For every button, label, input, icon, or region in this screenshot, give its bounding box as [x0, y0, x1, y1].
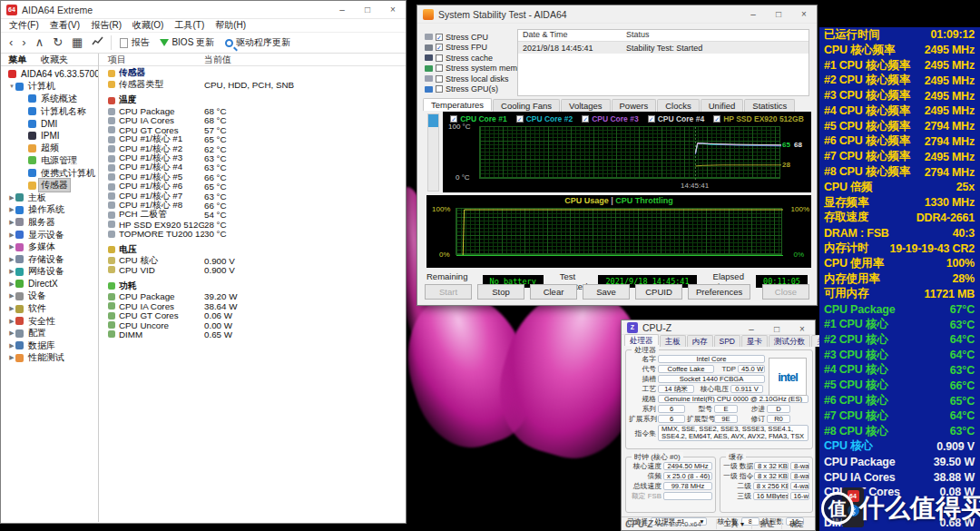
- close-icon[interactable]: ×: [791, 5, 817, 23]
- cpuz-titlebar[interactable]: Z CPU-Z – □ ×: [622, 320, 815, 335]
- menu-item-0[interactable]: 文件(F): [4, 19, 44, 32]
- legend-checkbox-icon[interactable]: ✓: [450, 115, 457, 123]
- tab-cooling-fans[interactable]: Cooling Fans: [493, 99, 560, 112]
- stress-option-0[interactable]: ✓Stress CPU: [425, 32, 515, 43]
- save-button[interactable]: Save: [583, 284, 630, 300]
- menu-item-5[interactable]: 帮助(H): [210, 19, 251, 32]
- legend-checkbox-icon[interactable]: ✓: [713, 115, 720, 123]
- legend-item-0[interactable]: ✓CPU Core #1: [450, 114, 507, 123]
- tree-item-15[interactable]: ▶网络设备: [1, 266, 98, 279]
- close-icon[interactable]: ×: [789, 320, 815, 334]
- ok-button[interactable]: 确定: [781, 519, 811, 529]
- menu-item-4[interactable]: 工具(T): [169, 19, 210, 32]
- sidebar-tab-0[interactable]: 菜单: [1, 54, 34, 65]
- tree-expand-icon[interactable]: ▶: [8, 219, 15, 226]
- tree-item-4[interactable]: IPMI: [1, 130, 98, 143]
- tools-button[interactable]: 工具 ▾: [716, 519, 751, 529]
- up-icon[interactable]: ∧: [31, 34, 49, 52]
- tree-root[interactable]: AIDA64 v6.33.5700: [1, 68, 98, 81]
- tree-expand-icon[interactable]: ▶: [8, 206, 15, 213]
- cpuz-tab-5[interactable]: 测试分数: [769, 335, 810, 347]
- scrollbar-thumb[interactable]: [428, 114, 438, 127]
- tree-item-19[interactable]: ▶安全性: [1, 315, 98, 328]
- driver-update-button[interactable]: 驱动程序更新: [220, 36, 296, 49]
- tree-item-9[interactable]: ▶主板: [1, 192, 98, 204]
- chart-icon[interactable]: [87, 34, 108, 52]
- log-row-0[interactable]: 2021/9/18 14:45:41Stability Test: Starte…: [518, 42, 808, 54]
- maximize-icon[interactable]: □: [766, 5, 791, 23]
- tree-item-16[interactable]: ▶DirectX: [1, 278, 98, 290]
- close-icon[interactable]: ×: [380, 1, 406, 18]
- checkbox-icon[interactable]: ✓: [436, 44, 443, 51]
- tab-clocks[interactable]: Clocks: [657, 99, 700, 112]
- stress-option-2[interactable]: Stress cache: [425, 53, 515, 64]
- graph-scrollbar[interactable]: [427, 113, 439, 192]
- legend-checkbox-icon[interactable]: ✓: [516, 115, 524, 123]
- bios-update-button[interactable]: BIOS 更新: [154, 36, 220, 49]
- tab-powers[interactable]: Powers: [612, 99, 657, 112]
- minimize-icon[interactable]: –: [329, 1, 355, 18]
- back-icon[interactable]: ‹: [5, 34, 17, 52]
- legend-checkbox-icon[interactable]: ✓: [582, 115, 589, 123]
- legend-checkbox-icon[interactable]: ✓: [648, 115, 655, 123]
- tree-item-21[interactable]: ▶数据库: [1, 339, 98, 352]
- clear-button[interactable]: Clear: [530, 284, 577, 300]
- tree-expand-icon[interactable]: ▶: [8, 318, 15, 325]
- tree-item-6[interactable]: 电源管理: [1, 154, 98, 167]
- tree-expand-icon[interactable]: ▶: [8, 342, 15, 349]
- stress-option-5[interactable]: Stress GPU(s): [425, 84, 515, 95]
- legend-item-2[interactable]: ✓CPU Core #3: [582, 114, 639, 123]
- checkbox-icon[interactable]: [436, 54, 443, 62]
- tree-expand-icon[interactable]: ▶: [8, 243, 15, 251]
- stop-button[interactable]: Stop: [477, 284, 524, 300]
- tree-item-7[interactable]: 便携式计算机: [1, 167, 98, 180]
- tab-temperatures[interactable]: Temperatures: [423, 98, 492, 111]
- validate-button[interactable]: 验证: [751, 519, 781, 529]
- tree-expand-icon[interactable]: ▶: [8, 194, 15, 202]
- tree-item-5[interactable]: 超频: [1, 143, 98, 155]
- tab-unified[interactable]: Unified: [701, 99, 744, 112]
- tree-item-10[interactable]: ▶操作系统: [1, 204, 98, 217]
- cpuz-tab-3[interactable]: SPD: [714, 335, 740, 347]
- tree-item-1[interactable]: 系统概述: [1, 93, 98, 105]
- checkbox-icon[interactable]: [436, 64, 443, 72]
- cpuz-tab-2[interactable]: 内存: [687, 335, 713, 347]
- preferences-button[interactable]: Preferences: [688, 284, 750, 300]
- cpuid-button[interactable]: CPUID: [635, 284, 682, 300]
- tree-expand-icon[interactable]: ▶: [8, 329, 15, 337]
- tree-expand-icon[interactable]: ▶: [8, 354, 15, 361]
- aida64-titlebar[interactable]: 64 AIDA64 Extreme – □ ×: [1, 1, 406, 19]
- legend-item-1[interactable]: ✓CPU Core #2: [516, 114, 573, 123]
- tree-expand-icon[interactable]: ▶: [8, 256, 15, 263]
- legend-item-3[interactable]: ✓CPU Core #4: [648, 114, 705, 123]
- screenshot-icon[interactable]: ▦: [67, 34, 87, 52]
- forward-icon[interactable]: ›: [17, 34, 30, 52]
- stress-option-3[interactable]: Stress system memory: [425, 64, 515, 74]
- tree-item-20[interactable]: ▶配置: [1, 327, 98, 339]
- menu-item-3[interactable]: 收藏(O): [127, 19, 169, 32]
- minimize-icon[interactable]: –: [740, 5, 766, 23]
- refresh-icon[interactable]: ↻: [48, 34, 67, 52]
- stability-test-titlebar[interactable]: System Stability Test - AIDA64 – □ ×: [417, 5, 817, 24]
- tree-item-2[interactable]: 计算机名称: [1, 105, 98, 118]
- tree-expand-icon[interactable]: ▶: [8, 268, 15, 275]
- checkbox-icon[interactable]: ✓: [436, 34, 443, 41]
- maximize-icon[interactable]: □: [355, 1, 380, 18]
- tree-item-18[interactable]: ▶软件: [1, 302, 98, 315]
- minimize-icon[interactable]: –: [739, 320, 764, 334]
- legend-item-4[interactable]: ✓HP SSD EX920 512GB: [713, 114, 804, 123]
- tree-item-0[interactable]: ▼计算机: [1, 81, 98, 93]
- tree-expand-icon[interactable]: ▼: [8, 84, 15, 89]
- tree-expand-icon[interactable]: ▶: [8, 231, 15, 239]
- tree-item-3[interactable]: DMI: [1, 117, 98, 130]
- checkbox-icon[interactable]: [436, 75, 443, 83]
- tree-item-14[interactable]: ▶存储设备: [1, 253, 98, 266]
- tree-item-13[interactable]: ▶多媒体: [1, 241, 98, 253]
- tree-expand-icon[interactable]: ▶: [8, 305, 15, 312]
- maximize-icon[interactable]: □: [764, 320, 789, 334]
- tree-item-17[interactable]: ▶设备: [1, 290, 98, 303]
- tree-item-11[interactable]: ▶服务器: [1, 216, 98, 229]
- stress-option-1[interactable]: ✓Stress FPU: [425, 43, 515, 54]
- menu-item-1[interactable]: 查看(V): [44, 19, 85, 32]
- cpuz-tab-4[interactable]: 显卡: [741, 335, 768, 347]
